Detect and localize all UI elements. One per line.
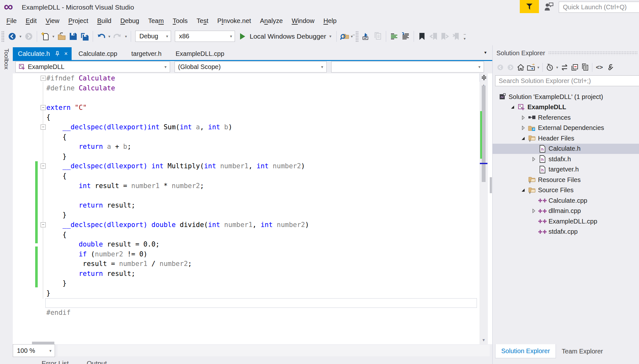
scrollbar-thumb[interactable] (482, 86, 486, 182)
menu-team[interactable]: Team (144, 14, 168, 27)
undo-dropdown[interactable]: ▾ (107, 30, 112, 43)
se-properties-button[interactable] (604, 62, 615, 73)
toolbar-grip[interactable] (1, 31, 4, 42)
menu-tools[interactable]: Tools (168, 14, 192, 27)
expander-expanded-icon[interactable] (508, 105, 517, 110)
solution-configuration-select[interactable]: Debug▾ (135, 31, 171, 42)
find-dropdown[interactable]: ▾– (350, 30, 355, 43)
tab-calculate-cpp[interactable]: Calculate.cpp (72, 47, 124, 60)
solution-explorer-search-input[interactable] (495, 76, 639, 86)
panel-tab-team-explorer[interactable]: Team Explorer (556, 344, 609, 358)
menu-debug[interactable]: Debug (116, 14, 144, 27)
start-debugging-dropdown[interactable]: ▾ (329, 34, 331, 39)
se-view-code-button[interactable]: <> (594, 62, 604, 73)
fold-collapse-box[interactable]: − (41, 222, 46, 227)
start-debugging-button[interactable]: Local Windows Debugger ▾ (239, 33, 331, 40)
tab-output[interactable]: Output (87, 360, 107, 364)
tree-item-dllmain-cpp[interactable]: dllmain.cpp (493, 206, 639, 216)
tree-item-references[interactable]: References (493, 112, 639, 123)
navbar-project-select[interactable]: ExampleDLL▾ (15, 61, 170, 72)
pin-tab-icon[interactable] (55, 51, 60, 57)
tree-item-calculate-cpp[interactable]: Calculate.cpp (493, 195, 639, 206)
tree-item-header-files[interactable]: Header Files (493, 133, 639, 144)
new-project-button[interactable] (39, 30, 51, 43)
find-in-files-button[interactable] (339, 30, 350, 43)
menu-test[interactable]: Test (192, 14, 213, 27)
expander-expanded-icon[interactable] (519, 136, 527, 141)
uncomment-button[interactable] (400, 30, 411, 43)
se-sync-dropdown[interactable]: ▾ (536, 65, 541, 70)
undo-button[interactable] (95, 30, 107, 43)
navigate-forward-button[interactable] (23, 30, 35, 43)
fold-collapse-box[interactable]: − (41, 163, 46, 169)
se-collapse-all-button[interactable] (570, 62, 580, 73)
se-back-button[interactable] (495, 62, 505, 73)
zoom-select[interactable]: 100 %▾ (13, 344, 55, 357)
feedback-button[interactable] (542, 1, 556, 13)
horizontal-scrollbar-track[interactable] (58, 345, 490, 356)
se-pending-changes-filter-button[interactable] (545, 62, 555, 73)
toolbox-tab[interactable]: Toolbox (3, 49, 10, 70)
document-well-dropdown[interactable]: ▾ (484, 50, 487, 55)
redo-button[interactable] (112, 30, 123, 43)
navigate-back-button[interactable] (6, 30, 18, 43)
menu-file[interactable]: File (2, 14, 21, 27)
comment-button[interactable] (388, 30, 400, 43)
toggle-bookmark-button[interactable] (416, 30, 428, 43)
navbar-member-select[interactable]: ▾ (331, 61, 484, 72)
se-show-all-files-button[interactable] (580, 62, 590, 73)
se-refresh-button[interactable] (559, 62, 570, 73)
save-button[interactable] (67, 30, 79, 43)
se-forward-button[interactable] (505, 62, 516, 73)
tree-item-stdafx-cpp[interactable]: stdafx.cpp (493, 227, 639, 237)
tab-targetver-h[interactable]: targetver.h (124, 47, 169, 60)
notifications-flag-button[interactable] (520, 0, 539, 13)
split-window-button[interactable] (479, 73, 488, 82)
tree-item-solution-exampledll-1-project[interactable]: Solution 'ExampleDLL' (1 project) (493, 92, 639, 102)
next-bookmark-button[interactable] (439, 30, 451, 43)
toolbar-grip[interactable] (355, 31, 359, 42)
fold-collapse-box[interactable]: − (41, 125, 46, 130)
fold-collapse-box[interactable]: − (41, 76, 46, 81)
expander-expanded-icon[interactable] (519, 188, 527, 193)
tree-item-source-files[interactable]: Source Files (493, 185, 639, 196)
tab-error-list[interactable]: Error List (42, 360, 69, 364)
tree-item-targetver-h[interactable]: htargetver.h (493, 164, 639, 175)
close-tab-icon[interactable]: × (64, 50, 68, 57)
panel-splitter[interactable] (490, 177, 492, 193)
save-all-button[interactable] (79, 30, 90, 43)
fold-collapse-box[interactable]: − (41, 105, 46, 110)
tree-item-stdafx-h[interactable]: hstdafx.h (493, 154, 639, 164)
expander-collapsed-icon[interactable] (519, 115, 527, 120)
horizontal-scrollbar-thumb[interactable] (32, 342, 54, 344)
menu-view[interactable]: View (41, 14, 64, 27)
menu-help[interactable]: Help (319, 14, 341, 27)
navbar-scope-select[interactable]: (Global Scope)▾ (175, 61, 327, 72)
panel-tab-solution-explorer[interactable]: Solution Explorer (495, 344, 556, 358)
navigate-to-element-button[interactable] (361, 30, 372, 43)
document-outline-button[interactable] (372, 30, 384, 43)
code-editor[interactable]: −−−−− #ifndef Calculate#define Calculate… (13, 73, 492, 344)
editor-vertical-scrollbar[interactable]: ▲ ▼ (479, 73, 488, 344)
expander-collapsed-icon[interactable] (519, 125, 527, 130)
clear-bookmarks-button[interactable] (451, 30, 462, 43)
expander-collapsed-icon[interactable] (529, 209, 538, 213)
se-sync-button[interactable] (526, 62, 536, 73)
expander-collapsed-icon[interactable] (529, 157, 538, 162)
new-project-dropdown[interactable]: ▾ (51, 30, 56, 43)
tree-item-resource-files[interactable]: Resource Files (493, 175, 639, 185)
tree-item-external-dependencies[interactable]: External Dependencies (493, 123, 639, 133)
open-file-button[interactable] (56, 30, 67, 43)
tree-item-exampledll-cpp[interactable]: ExampleDLL.cpp (493, 216, 639, 227)
menu-pinvoke-net[interactable]: PInvoke.net (213, 14, 256, 27)
tree-item-exampledll[interactable]: ExampleDLL (493, 102, 639, 113)
solution-explorer-title-bar[interactable]: Solution Explorer (493, 45, 639, 61)
menu-project[interactable]: Project (64, 14, 93, 27)
solution-platform-select[interactable]: x86▾ (175, 31, 235, 42)
se-filter-dropdown[interactable]: ▾ (555, 65, 559, 70)
scroll-down-arrow[interactable]: ▼ (479, 337, 488, 344)
tree-item-calculate-h[interactable]: hCalculate.h (493, 144, 639, 154)
navigate-back-dropdown[interactable]: ▾ (18, 30, 23, 43)
toolbar-overflow-button[interactable]: –▾ (462, 30, 467, 43)
previous-bookmark-button[interactable] (428, 30, 439, 43)
